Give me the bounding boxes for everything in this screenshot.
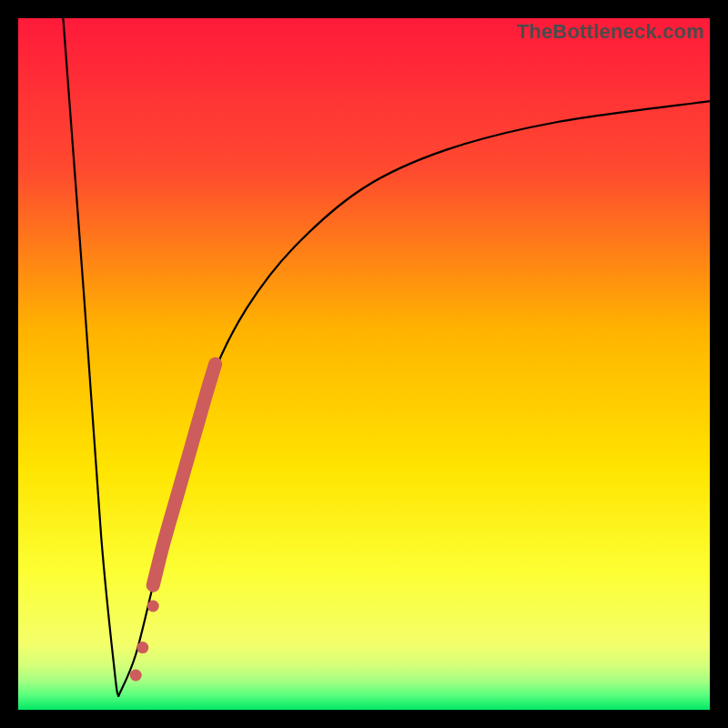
highlight-dot [130,670,142,682]
highlight-dots [130,601,159,682]
highlight-dot [147,601,159,612]
plot-area: TheBottleneck.com [18,18,710,710]
curve-layer [18,18,710,710]
outer-frame: TheBottleneck.com [0,0,728,728]
curve-left-branch [63,18,118,696]
highlight-dot [136,642,148,653]
highlight-segment [153,364,215,585]
